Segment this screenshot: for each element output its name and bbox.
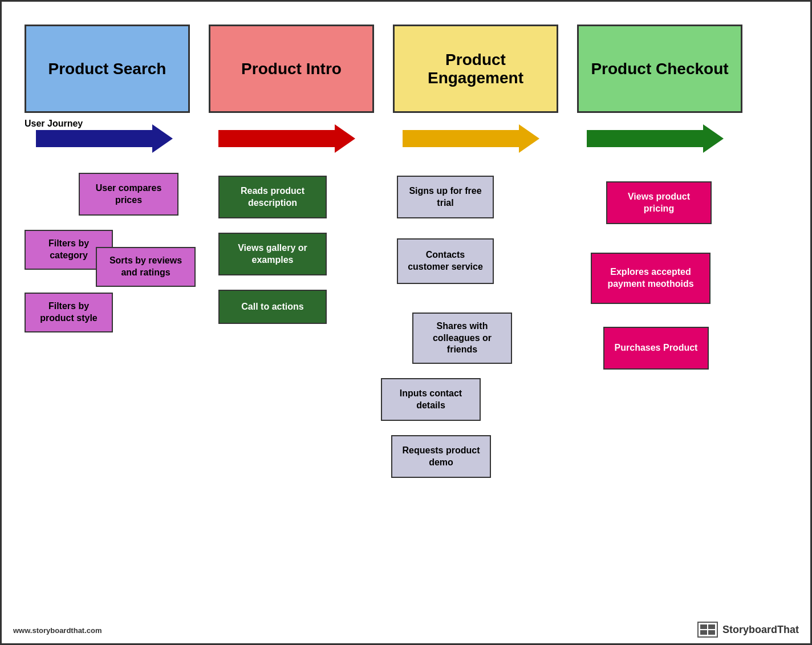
header-intro: Product Intro [209,25,374,113]
label-shares-colleagues: Shares with colleagues or friends [420,321,504,356]
arrow-checkout [587,124,724,153]
header-checkout-label: Product Checkout [591,60,728,78]
logo-cell-4 [708,630,715,635]
label-reads-description: Reads product description [226,185,319,209]
label-call-to-actions: Call to actions [241,301,303,313]
header-engage-label: Product Engagement [404,51,547,87]
logo-icon [697,622,718,638]
box-reads-description: Reads product description [218,176,327,218]
box-requests-demo: Requests product demo [391,435,491,478]
footer-url-text: www.storyboardthat.com [13,626,102,635]
box-signs-up: Signs up for free trial [397,176,494,218]
logo-cell-1 [700,624,707,629]
label-user-compares-prices: User compares prices [87,182,170,206]
arrow-engage [403,124,539,153]
box-contacts-customer: Contacts customer service [397,238,494,284]
label-contacts-customer: Contacts customer service [405,249,486,273]
footer-url: www.storyboardthat.com [13,626,102,635]
label-sorts-reviews: Sorts by reviews and ratings [104,255,188,279]
header-checkout: Product Checkout [577,25,742,113]
box-views-pricing: Views product pricing [606,181,712,224]
canvas: Product Search Product Intro Product Eng… [2,2,810,643]
box-inputs-contact: Inputs contact details [381,378,481,421]
header-search-label: Product Search [48,60,167,78]
label-inputs-contact: Inputs contact details [389,388,473,412]
arrow-label-text: User Journey [25,119,83,128]
label-filters-category: Filters by category [33,238,105,262]
logo-cell-3 [700,630,707,635]
arrow-label: User Journey [25,119,83,129]
box-sorts-reviews: Sorts by reviews and ratings [96,247,196,287]
footer-brand-text: StoryboardThat [722,624,799,636]
box-user-compares-prices: User compares prices [79,173,178,216]
box-purchases-product: Purchases Product [603,327,709,370]
label-filters-product-style: Filters by product style [33,301,105,324]
label-purchases-product: Purchases Product [615,342,698,354]
footer-logo: StoryboardThat [697,622,799,638]
label-requests-demo: Requests product demo [399,445,483,469]
logo-cell-2 [708,624,715,629]
label-signs-up: Signs up for free trial [405,185,486,209]
arrow-intro [218,124,355,153]
box-shares-colleagues: Shares with colleagues or friends [412,313,512,364]
box-filters-product-style: Filters by product style [25,293,113,332]
label-views-gallery: Views gallery or examples [226,242,319,266]
box-call-to-actions: Call to actions [218,290,327,324]
header-intro-label: Product Intro [241,60,342,78]
box-explores-payment: Explores accepted payment meothoids [591,253,710,304]
header-engage: Product Engagement [393,25,558,113]
header-search: Product Search [25,25,190,113]
box-views-gallery: Views gallery or examples [218,233,327,275]
label-explores-payment: Explores accepted payment meothoids [599,266,703,290]
label-views-pricing: Views product pricing [614,191,704,215]
